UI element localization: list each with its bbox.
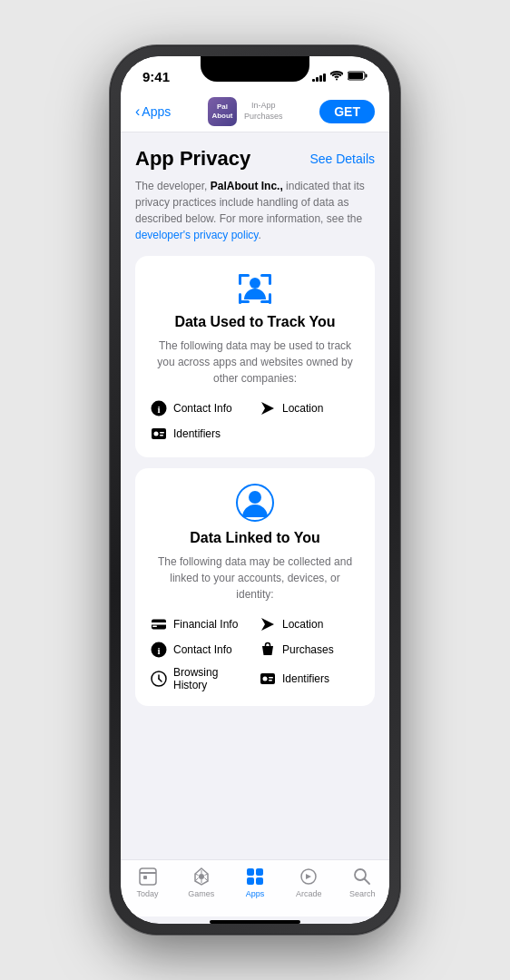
svg-rect-41 [256,877,263,885]
chevron-left-icon: ‹ [135,103,140,120]
track-card-desc: The following data may be used to track … [150,338,360,387]
svg-rect-38 [247,868,254,876]
credit-card-icon [150,615,168,633]
linked-browsing-label: Browsing History [173,666,251,691]
location-arrow-icon [259,399,277,417]
svg-point-37 [199,874,204,879]
home-indicator [210,920,300,924]
tab-games-label: Games [188,889,214,898]
linked-item-identifiers: Identifiers [259,666,360,691]
svg-rect-32 [269,677,273,679]
svg-point-20 [249,491,261,504]
status-time: 9:41 [142,69,170,84]
apps-icon [244,866,266,887]
back-label: Apps [142,104,171,119]
notch [201,56,309,82]
svg-marker-24 [261,618,274,631]
svg-text:i: i [157,645,160,656]
track-contact-label: Contact Info [173,402,232,415]
location-arrow-icon2 [259,615,277,633]
track-card: Data Used to Track You The following dat… [135,256,375,457]
svg-rect-30 [260,673,275,684]
linked-card-title: Data Linked to You [150,530,360,546]
linked-item-browsing: Browsing History [150,666,251,691]
svg-rect-34 [140,868,156,885]
svg-rect-8 [239,293,241,304]
shopping-bag-icon [259,641,277,659]
app-icon: PalAbout [208,97,237,126]
today-icon [137,866,159,887]
linked-item-location: Location [259,615,360,633]
linked-data-items: Financial Info Location [150,615,360,691]
tab-apps-label: Apps [246,889,265,898]
linked-location-label: Location [282,618,323,631]
svg-point-11 [250,278,260,289]
signal-icon [312,72,326,82]
track-item-location: Location [259,399,360,417]
tab-bar: Today Games [121,859,389,916]
linked-identifiers-label: Identifiers [282,672,329,685]
tab-games[interactable]: Games [179,866,224,898]
svg-line-29 [159,679,162,681]
wifi-icon [330,71,343,83]
tab-search[interactable]: Search [339,866,385,898]
linked-icon [150,483,360,523]
svg-rect-23 [152,626,157,628]
track-item-contact: i Contact Info [150,399,251,417]
svg-rect-1 [366,74,368,78]
arcade-icon [298,866,319,887]
search-icon [351,866,373,887]
track-location-label: Location [282,402,323,415]
svg-line-44 [365,879,370,885]
track-icon [150,270,360,307]
svg-marker-14 [261,402,274,415]
get-button[interactable]: GET [319,100,375,123]
linked-item-financial: Financial Info [150,615,251,633]
privacy-title: App Privacy [135,147,250,171]
tab-today-label: Today [137,889,159,898]
svg-rect-18 [160,435,163,436]
svg-rect-6 [269,274,271,285]
privacy-policy-link[interactable]: developer's privacy policy [135,229,258,241]
svg-rect-33 [269,680,272,681]
back-button[interactable]: ‹ Apps [135,103,171,120]
id-card-icon [150,425,168,443]
svg-rect-40 [247,877,254,885]
svg-rect-36 [143,876,147,879]
svg-text:i: i [157,404,160,415]
info-circle-icon2: i [150,641,168,659]
id-card-icon2 [259,670,277,688]
svg-rect-2 [348,73,363,79]
status-icons [312,71,368,83]
linked-item-purchases: Purchases [259,641,360,659]
nav-center: PalAbout In-App Purchases [208,97,283,126]
svg-rect-35 [140,872,156,874]
svg-rect-22 [152,622,166,625]
tab-today[interactable]: Today [125,866,171,898]
battery-icon [348,71,368,83]
privacy-header: App Privacy See Details [135,147,375,171]
games-icon [191,866,212,887]
linked-purchases-label: Purchases [282,643,334,656]
linked-card: Data Linked to You The following data ma… [135,468,375,706]
track-card-title: Data Used to Track You [150,314,360,330]
linked-card-desc: The following data may be collected and … [150,554,360,603]
svg-rect-10 [269,293,271,304]
tab-arcade[interactable]: Arcade [286,866,331,898]
clock-icon [150,670,168,688]
phone-frame: 9:41 [110,45,400,935]
see-details-link[interactable]: See Details [309,152,375,166]
iap-label: In-App Purchases [244,101,283,122]
nav-bar: ‹ Apps PalAbout In-App Purchases GET [121,90,389,132]
linked-item-contact: i Contact Info [150,641,251,659]
tab-arcade-label: Arcade [296,889,322,898]
svg-rect-15 [152,428,166,439]
tab-apps[interactable]: Apps [232,866,278,898]
svg-point-16 [154,432,159,436]
linked-financial-label: Financial Info [173,618,238,631]
track-identifiers-label: Identifiers [173,427,221,440]
tab-search-label: Search [349,889,376,898]
info-circle-icon: i [150,399,168,417]
svg-rect-4 [239,274,241,285]
app-icon-text: PalAbout [211,103,232,120]
